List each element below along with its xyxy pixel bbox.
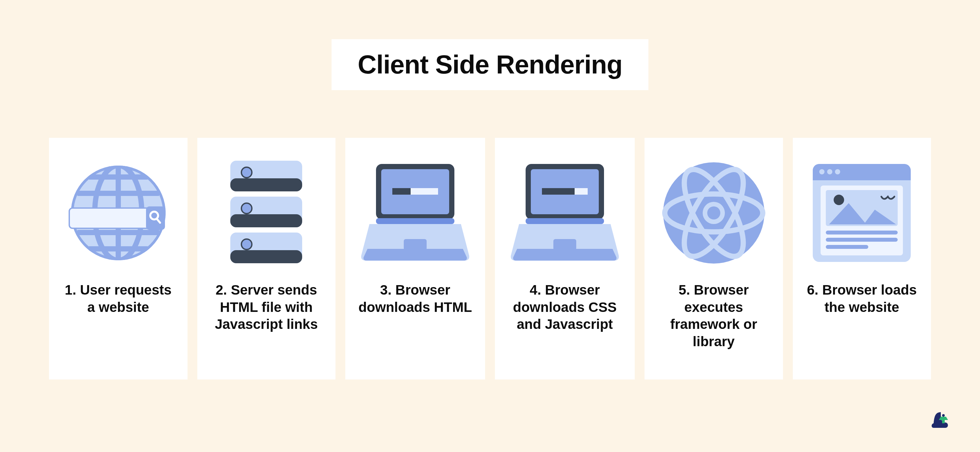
svg-rect-36 — [526, 218, 604, 224]
laptop-loading-icon — [353, 148, 477, 278]
svg-rect-19 — [230, 214, 302, 227]
svg-rect-29 — [392, 188, 410, 195]
svg-point-58 — [942, 414, 945, 417]
step-card-6: 6. Browser loads the website — [793, 138, 931, 379]
react-atom-icon — [652, 148, 775, 278]
svg-rect-31 — [404, 239, 426, 250]
step-label: 1. User requests a website — [57, 282, 180, 316]
steps-row: 1. User requests a website — [49, 138, 931, 379]
svg-rect-15 — [230, 178, 302, 191]
svg-rect-46 — [813, 174, 911, 180]
step-label: 3. Browser downloads HTML — [353, 282, 477, 316]
brand-logo-icon — [928, 409, 951, 432]
svg-point-49 — [835, 169, 840, 174]
step-label: 5. Browser executes framework or library — [652, 282, 775, 350]
step-card-3: 3. Browser downloads HTML — [345, 138, 485, 379]
laptop-loading-more-icon — [503, 148, 627, 278]
svg-rect-57 — [942, 419, 945, 423]
svg-rect-37 — [554, 239, 576, 250]
svg-rect-11 — [146, 206, 165, 230]
svg-point-48 — [827, 169, 832, 174]
diagram-page: Client Side Rendering — [0, 0, 980, 452]
svg-rect-30 — [376, 218, 454, 224]
step-label: 2. Server sends HTML file with Javascrip… — [205, 282, 328, 333]
svg-rect-56 — [826, 245, 868, 249]
step-label: 4. Browser downloads CSS and Javascript — [503, 282, 627, 333]
browser-page-icon — [801, 148, 923, 278]
server-stack-icon — [205, 148, 328, 278]
svg-rect-35 — [542, 188, 574, 195]
svg-point-53 — [834, 195, 844, 205]
globe-search-icon — [57, 148, 180, 278]
step-label: 6. Browser loads the website — [801, 282, 923, 316]
step-card-2: 2. Server sends HTML file with Javascrip… — [197, 138, 336, 379]
step-card-5: 5. Browser executes framework or library — [644, 138, 783, 379]
svg-point-43 — [707, 206, 720, 220]
diagram-title: Client Side Rendering — [358, 50, 622, 79]
title-container: Client Side Rendering — [332, 39, 648, 90]
svg-rect-54 — [826, 231, 898, 234]
step-card-4: 4. Browser downloads CSS and Javascript — [495, 138, 635, 379]
svg-rect-23 — [230, 250, 302, 263]
svg-point-47 — [819, 169, 824, 174]
step-card-1: 1. User requests a website — [49, 138, 188, 379]
svg-rect-55 — [826, 238, 898, 242]
